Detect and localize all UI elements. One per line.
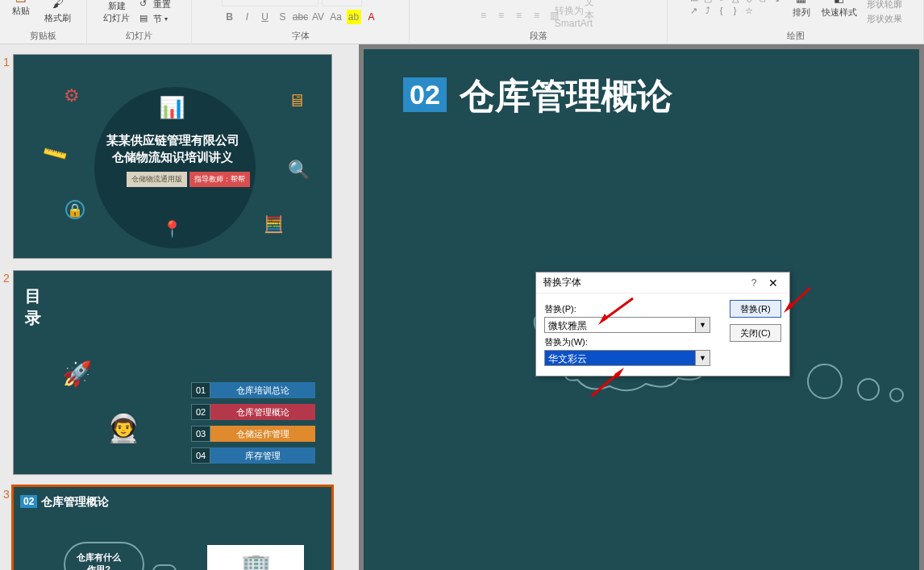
shape-outline-button[interactable]: 形状轮廓 (865, 0, 904, 11)
bullets-button[interactable]: ⋮≡ (476, 0, 492, 2)
font-tools: B I U S abc AV Aa ab A (222, 8, 380, 26)
svg-marker-3 (614, 368, 624, 379)
thumb-number: 3 (3, 486, 13, 570)
replace-with-combo[interactable]: 华文彩云 ▼ (544, 350, 710, 366)
thumb-slide-1[interactable]: 📊 ⚙ 🖥 📏 🔍 🔒 🧮 📍 某某供应链管理有限公司 仓储物流知识培训讲义 仓… (13, 54, 332, 259)
svg-line-0 (603, 298, 633, 320)
case-button[interactable]: Aa (328, 10, 344, 24)
monitor-icon: 🖥 (288, 90, 306, 111)
drawing-group-label: 绘图 (787, 27, 805, 44)
slide-number-badge: 02 (403, 77, 447, 112)
annotation-arrow (782, 284, 814, 316)
slide3-title: 仓库管理概论 (41, 495, 109, 510)
svg-marker-1 (598, 314, 608, 325)
calculator-icon: 🧮 (264, 214, 284, 234)
justify-button[interactable]: ≡ (529, 8, 545, 23)
badge-2: 指导教师：帮帮 (189, 172, 250, 187)
close-button[interactable]: ✕ (764, 277, 783, 289)
close-dialog-button[interactable]: 关闭(C) (730, 324, 781, 342)
thumb-number: 1 (3, 54, 13, 259)
reset-button[interactable]: ↺重置 (138, 0, 178, 11)
bold-button[interactable]: B (222, 10, 238, 24)
new-slide-button[interactable]: ▦ 新建 幻灯片 (100, 0, 133, 26)
lock-icon: 🔒 (65, 200, 85, 219)
help-button[interactable]: ? (744, 277, 764, 289)
quick-styles-button[interactable]: ◧快速样式 (818, 0, 860, 20)
thumb-slide-3[interactable]: 02 仓库管理概论 仓库有什么 作用? 🏢 (13, 486, 332, 570)
replace-font-dialog: 替换字体 ? ✕ 替换(P): 微软雅黑 ▼ 替换为(W): 华文彩云 ▼ 替换… (535, 272, 790, 377)
badge-1: 仓储物流通用版 (127, 172, 187, 187)
slides-group-label: 幻灯片 (126, 27, 152, 44)
font-color-button[interactable]: A (364, 10, 380, 24)
thumb-wrap-2[interactable]: 2 目 录 🚀 👨‍🚀 01仓库培训总论 02仓库管理概论 03仓储运作管理 0… (0, 270, 359, 475)
paragraph-group-label: 段落 (530, 27, 547, 44)
paste-label: 粘贴 (12, 5, 30, 17)
chart-icon: 📊 (159, 95, 185, 120)
thumb-number: 2 (3, 270, 13, 475)
font-group-label: 字体 (292, 27, 310, 44)
section-button[interactable]: ▤节▾ (138, 12, 178, 26)
svg-line-2 (592, 372, 619, 396)
align-left-button[interactable]: ≡ (476, 8, 492, 23)
paste-button[interactable]: 📋 粘贴 (9, 0, 33, 19)
slide-title: 仓库管理概论 (460, 73, 672, 120)
format-painter-button[interactable]: 🖌格式刷 (38, 0, 78, 26)
arrange-button[interactable]: ▦排列 (789, 0, 814, 20)
numbering-button[interactable]: 1≡ (493, 0, 510, 2)
text-direction-button[interactable]: ↕A (564, 0, 581, 2)
shape-effects-button[interactable]: 形状效果 (865, 12, 904, 26)
spacing-button[interactable]: AV (310, 10, 327, 24)
slide3-num: 02 (20, 495, 37, 508)
slide2-heading: 目 录 (25, 285, 41, 329)
dropdown-arrow-icon[interactable]: ▼ (695, 351, 710, 365)
annotation-arrow (585, 368, 626, 400)
clipboard-group-label: 剪贴板 (30, 27, 56, 44)
align-right-button[interactable]: ≡ (511, 8, 527, 23)
slide-thumbnails-panel[interactable]: 1 📊 ⚙ 🖥 📏 🔍 🔒 🧮 📍 某某供应链管理有限公司 仓储物流知识培训讲义… (0, 44, 359, 570)
slide1-title: 某某供应链管理有限公司 仓储物流知识培训讲义 (14, 131, 331, 165)
astronaut-icon: 👨‍🚀 (106, 412, 140, 444)
thumb-wrap-3[interactable]: 3 02 仓库管理概论 仓库有什么 作用? 🏢 (0, 486, 359, 570)
underline-button[interactable]: U (257, 10, 273, 24)
building-icon: 🏢 (207, 545, 304, 570)
smartart-button[interactable]: 转换为 SmartArt (564, 8, 584, 24)
shape-gallery[interactable]: ▭▢○△◇⬠ ↘↗⤴{}☆ (688, 0, 785, 16)
shadow-button[interactable]: S (275, 10, 291, 24)
highlight-button[interactable]: ab (346, 10, 362, 24)
rocket-icon: 🚀 (62, 360, 92, 388)
dialog-title: 替换字体 (543, 276, 744, 289)
gear-icon: ⚙ (64, 85, 80, 106)
align-center-button[interactable]: ≡ (493, 8, 510, 23)
align-text-button[interactable]: 对齐文本 (582, 0, 601, 3)
slide3-question: 仓库有什么 作用? (77, 551, 121, 570)
replace-with-value[interactable]: 华文彩云 (545, 351, 695, 365)
replace-button[interactable]: 替换(R) (730, 300, 781, 318)
location-icon: 📍 (162, 219, 182, 239)
ribbon: 📋 粘贴 📄复制▾ 🖌格式刷 剪贴板 ▦ 新建 幻灯片 ▦版式▾ ↺重置 ▤节▾… (0, 0, 924, 44)
strike-button[interactable]: abc (293, 10, 309, 24)
thumb-wrap-1[interactable]: 1 📊 ⚙ 🖥 📏 🔍 🔒 🧮 📍 某某供应链管理有限公司 仓储物流知识培训讲义… (0, 54, 359, 259)
indent-inc-button[interactable]: ≡▶ (529, 0, 545, 2)
thumb-slide-2[interactable]: 目 录 🚀 👨‍🚀 01仓库培训总论 02仓库管理概论 03仓储运作管理 04库… (13, 270, 332, 475)
indent-dec-button[interactable]: ◀≡ (511, 0, 527, 2)
dropdown-arrow-icon[interactable]: ▼ (695, 318, 710, 332)
annotation-arrow (597, 294, 637, 327)
italic-button[interactable]: I (239, 10, 256, 24)
dialog-titlebar[interactable]: 替换字体 ? ✕ (536, 273, 789, 293)
line-spacing-button[interactable]: ↕≡ (547, 0, 563, 2)
